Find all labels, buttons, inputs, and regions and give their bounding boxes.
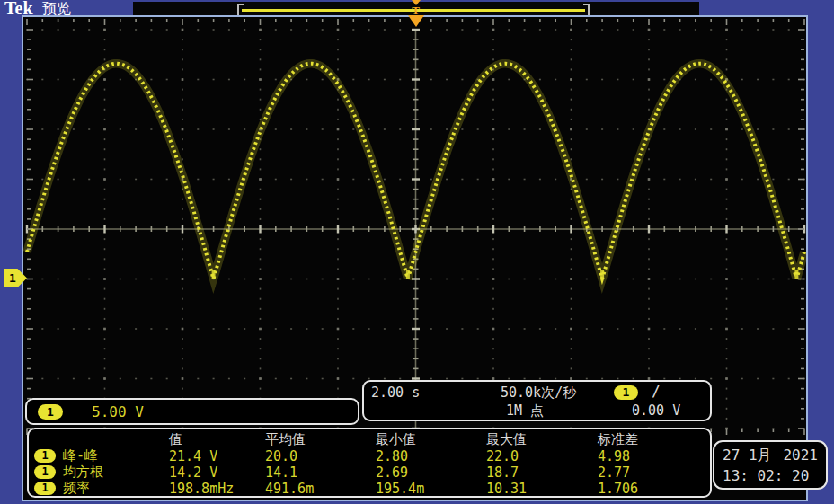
table-row-rms: 1 均方根 14.2 V 14.1 2.69 18.7 2.77 [34,464,710,480]
measurement-value: 14.2 V [169,464,265,481]
measurement-stddev: 1.706 [598,481,710,497]
column-header-max: 最大值 [486,431,598,448]
trigger-position-marker: T [404,0,428,27]
trigger-t-icon: T [412,5,420,15]
trigger-level: 0.00 V [632,402,680,419]
measurement-stddev: 4.98 [598,448,710,464]
year-value: 2021 [783,445,818,465]
trigger-source-badge: 1 [614,385,638,400]
time-per-div: 2.00 s [371,385,420,401]
table-row-peak-to-peak: 1 峰-峰 21.4 V 20.0 2.80 22.0 4.98 [34,447,710,464]
column-header-stddev: 标准差 [598,431,710,448]
column-header-mean: 平均值 [265,431,376,448]
measurement-mean: 14.1 [265,464,376,481]
measurement-mean: 20.0 [265,448,376,464]
measurement-table: 值 平均值 最小值 最大值 标准差 1 峰-峰 21.4 V 20.0 2.80… [27,428,712,498]
trigger-arrow-icon [408,15,424,27]
channel1-volts-per-div: 5.00 V [92,403,144,420]
horizontal-trigger-readout: 2.00 s 50.0k次/秒 1M 点 1 / 0.00 V [362,380,712,421]
oscilloscope-screen: Tek 预览 T 1 1 5.00 V 2.00 s 50.0k次/秒 1M 点… [0,0,834,504]
channel-badge: 1 [34,465,56,479]
measurement-min: 2.80 [376,448,486,464]
channel-badge: 1 [34,449,56,463]
time-value: 13: 02: 20 [723,465,818,486]
record-length: 1M 点 [506,402,544,420]
measurement-max: 22.0 [486,448,598,464]
measurement-value: 198.8mHz [169,481,265,497]
measurement-min: 2.69 [376,464,486,481]
table-row-frequency: 1 频率 198.8mHz 491.6m 195.4m 10.31 1.706 [34,480,710,496]
channel1-badge: 1 [38,404,63,420]
rising-edge-icon: / [652,382,661,400]
measurement-min: 195.4m [376,481,486,497]
measurement-value: 21.4 V [169,448,265,464]
date-value: 27 1月 [723,445,772,465]
measurement-name: 均方根 [63,464,103,481]
channel-badge: 1 [34,482,56,495]
column-header-value: 值 [169,431,265,448]
measurement-label-cell: 1 频率 [34,480,169,497]
measurement-mean: 491.6m [265,481,376,497]
measurement-name: 频率 [63,480,90,497]
measurement-label-cell: 1 均方根 [34,464,169,481]
measurement-max: 10.31 [486,481,598,497]
date-line: 27 1月 2021 [723,445,818,465]
measurement-max: 18.7 [486,464,598,481]
column-header-min: 最小值 [376,431,486,448]
sample-rate: 50.0k次/秒 [501,385,576,402]
datetime-readout: 27 1月 2021 13: 02: 20 [713,440,828,490]
channel1-scale-readout: 1 5.00 V [25,398,359,425]
measurement-header-row: 值 平均值 最小值 最大值 标准差 [34,431,710,447]
measurement-name: 峰-峰 [63,447,98,464]
measurement-stddev: 2.77 [598,464,710,481]
measurement-label-cell: 1 峰-峰 [34,447,169,464]
